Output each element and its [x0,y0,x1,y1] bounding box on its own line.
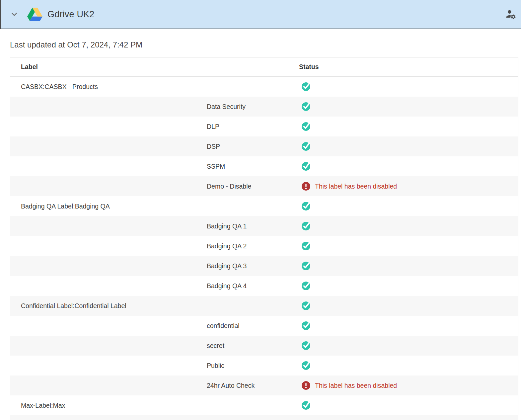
enabled-check-icon [301,401,311,410]
status-cell [299,341,518,350]
status-cell [299,301,518,310]
label-text: Badging QA Label:Badging QA [21,203,110,210]
table-row: Badging QA Label:Badging QA [10,196,518,216]
table-header-row: Label Status [10,57,518,77]
label-cell: Data Security [10,103,299,111]
table-row: DSP [10,136,518,156]
label-cell: Confidential Label:Confidential Label [10,302,299,310]
status-cell [299,122,518,131]
label-cell: confidential [10,322,299,330]
label-text: Badging QA 3 [207,262,247,270]
disabled-error-icon [301,381,311,390]
table-row: Max-Label:Max [10,395,518,415]
main-content: Last updated at Oct 7, 2024, 7:42 PM Lab… [0,40,521,420]
table-row: 24hr Auto Check This label has been disa… [10,376,518,395]
enabled-check-icon [301,361,311,370]
status-cell: This label has been disabled [299,182,518,191]
table-row: Confidential Label:Confidential Label [10,296,518,316]
enabled-check-icon [301,301,311,310]
table-row: SSPM [10,156,518,176]
status-cell [299,162,518,171]
label-text: Data Security [207,103,246,110]
enabled-check-icon [301,202,311,211]
last-updated-text: Last updated at Oct 7, 2024, 7:42 PM [10,40,518,49]
panel-header: Gdrive UK2 [0,0,521,29]
label-text: Public [207,362,224,369]
page-title: Gdrive UK2 [47,9,95,20]
status-cell: This label has been disabled [299,381,518,390]
table-row: CASBX:CASBX - Products [10,77,518,97]
label-text: Badging QA 4 [207,282,247,290]
status-cell [299,281,518,291]
label-text: 24hr Auto Check [207,382,255,389]
labels-table: Label Status CASBX:CASBX - Products Data… [10,57,518,420]
enabled-check-icon [301,102,311,111]
enabled-check-icon [301,321,311,330]
status-cell [299,202,518,211]
label-cell: Public [10,362,299,370]
label-cell: secret [10,342,299,350]
enabled-check-icon [301,241,311,251]
table-body: CASBX:CASBX - Products Data Security DLP [10,77,518,420]
status-cell [299,261,518,271]
enabled-check-icon [301,261,311,271]
label-text: secret [207,342,224,349]
status-cell [299,82,518,91]
enabled-check-icon [301,281,311,291]
table-row: DLP [10,117,518,136]
status-cell [299,102,518,111]
label-text: SSPM [207,163,225,170]
table-row: Badging QA 2 [10,236,518,256]
label-cell: DSP [10,143,299,150]
label-text: DSP [207,143,220,150]
label-cell: Badging QA 3 [10,262,299,270]
status-cell [299,361,518,370]
table-row: secret [10,336,518,356]
enabled-check-icon [301,162,311,171]
label-cell: Max-Label:Max [10,402,299,409]
table-row: Data Security [10,97,518,117]
google-drive-icon [27,8,42,21]
label-cell: SSPM [10,163,299,170]
table-row: Public [10,356,518,376]
status-cell [299,321,518,330]
column-header-label: Label [10,63,299,71]
status-cell [299,142,518,151]
label-text: Max-Label:Max [21,402,65,409]
enabled-check-icon [301,142,311,151]
disabled-message: This label has been disabled [315,183,397,190]
manage-users-icon[interactable] [505,9,516,20]
table-row: Badging QA 3 [10,256,518,276]
label-cell: DLP [10,123,299,130]
status-cell [299,241,518,251]
label-text: DLP [207,123,219,130]
disabled-message: This label has been disabled [315,382,397,389]
table-row: Badging QA 1 [10,216,518,236]
label-text: Confidential Label:Confidential Label [21,302,126,309]
table-row: Demo - Disable This label has been disab… [10,176,518,196]
label-text: CASBX:CASBX - Products [21,83,98,90]
table-row: confidential [10,316,518,336]
enabled-check-icon [301,122,311,131]
label-text: Badging QA 2 [207,242,247,250]
table-row: Badging QA 4 [10,276,518,296]
label-text: confidential [207,322,240,329]
enabled-check-icon [301,341,311,350]
label-cell: 24hr Auto Check [10,382,299,389]
collapse-chevron-icon[interactable] [10,10,19,19]
label-cell: CASBX:CASBX - Products [10,83,299,91]
label-cell: Badging QA 4 [10,282,299,290]
enabled-check-icon [301,221,311,231]
label-cell: Badging QA 2 [10,242,299,250]
column-header-status: Status [299,63,518,71]
label-text: Badging QA 1 [207,222,247,230]
label-cell: Demo - Disable [10,183,299,190]
label-text: Demo - Disable [207,183,251,190]
enabled-check-icon [301,82,311,91]
status-cell [299,401,518,410]
table-row [10,415,518,420]
label-cell: Badging QA Label:Badging QA [10,203,299,210]
disabled-error-icon [301,182,311,191]
status-cell [299,221,518,231]
label-cell: Badging QA 1 [10,222,299,230]
